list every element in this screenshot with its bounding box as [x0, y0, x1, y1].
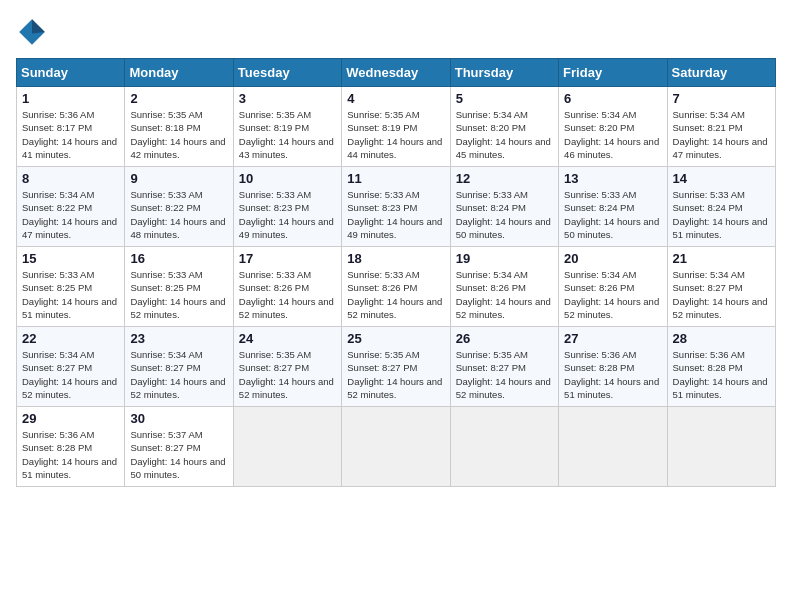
calendar-cell: 27Sunrise: 5:36 AMSunset: 8:28 PMDayligh…: [559, 327, 667, 407]
day-number: 25: [347, 331, 444, 346]
weekday-header: Wednesday: [342, 59, 450, 87]
calendar-cell: 5Sunrise: 5:34 AMSunset: 8:20 PMDaylight…: [450, 87, 558, 167]
calendar-cell: [559, 407, 667, 487]
day-number: 23: [130, 331, 227, 346]
cell-text: Sunrise: 5:33 AMSunset: 8:25 PMDaylight:…: [22, 269, 117, 320]
day-number: 22: [22, 331, 119, 346]
day-number: 16: [130, 251, 227, 266]
calendar-cell: 14Sunrise: 5:33 AMSunset: 8:24 PMDayligh…: [667, 167, 775, 247]
cell-text: Sunrise: 5:33 AMSunset: 8:25 PMDaylight:…: [130, 269, 225, 320]
weekday-header: Monday: [125, 59, 233, 87]
calendar-cell: 2Sunrise: 5:35 AMSunset: 8:18 PMDaylight…: [125, 87, 233, 167]
calendar-cell: 17Sunrise: 5:33 AMSunset: 8:26 PMDayligh…: [233, 247, 341, 327]
day-number: 29: [22, 411, 119, 426]
day-number: 3: [239, 91, 336, 106]
calendar-cell: 23Sunrise: 5:34 AMSunset: 8:27 PMDayligh…: [125, 327, 233, 407]
calendar-cell: 29Sunrise: 5:36 AMSunset: 8:28 PMDayligh…: [17, 407, 125, 487]
cell-text: Sunrise: 5:36 AMSunset: 8:28 PMDaylight:…: [564, 349, 659, 400]
cell-text: Sunrise: 5:33 AMSunset: 8:24 PMDaylight:…: [564, 189, 659, 240]
cell-text: Sunrise: 5:33 AMSunset: 8:24 PMDaylight:…: [456, 189, 551, 240]
calendar-cell: 10Sunrise: 5:33 AMSunset: 8:23 PMDayligh…: [233, 167, 341, 247]
cell-text: Sunrise: 5:34 AMSunset: 8:21 PMDaylight:…: [673, 109, 768, 160]
calendar-cell: 12Sunrise: 5:33 AMSunset: 8:24 PMDayligh…: [450, 167, 558, 247]
cell-text: Sunrise: 5:33 AMSunset: 8:26 PMDaylight:…: [347, 269, 442, 320]
calendar-cell: 3Sunrise: 5:35 AMSunset: 8:19 PMDaylight…: [233, 87, 341, 167]
day-number: 28: [673, 331, 770, 346]
day-number: 10: [239, 171, 336, 186]
calendar-week-row: 15Sunrise: 5:33 AMSunset: 8:25 PMDayligh…: [17, 247, 776, 327]
calendar-cell: 24Sunrise: 5:35 AMSunset: 8:27 PMDayligh…: [233, 327, 341, 407]
calendar-cell: 18Sunrise: 5:33 AMSunset: 8:26 PMDayligh…: [342, 247, 450, 327]
day-number: 1: [22, 91, 119, 106]
day-number: 15: [22, 251, 119, 266]
cell-text: Sunrise: 5:34 AMSunset: 8:20 PMDaylight:…: [564, 109, 659, 160]
cell-text: Sunrise: 5:36 AMSunset: 8:28 PMDaylight:…: [22, 429, 117, 480]
cell-text: Sunrise: 5:36 AMSunset: 8:17 PMDaylight:…: [22, 109, 117, 160]
day-number: 24: [239, 331, 336, 346]
day-number: 5: [456, 91, 553, 106]
calendar-cell: 4Sunrise: 5:35 AMSunset: 8:19 PMDaylight…: [342, 87, 450, 167]
calendar-cell: 15Sunrise: 5:33 AMSunset: 8:25 PMDayligh…: [17, 247, 125, 327]
calendar-cell: 26Sunrise: 5:35 AMSunset: 8:27 PMDayligh…: [450, 327, 558, 407]
day-number: 2: [130, 91, 227, 106]
calendar-cell: 11Sunrise: 5:33 AMSunset: 8:23 PMDayligh…: [342, 167, 450, 247]
cell-text: Sunrise: 5:35 AMSunset: 8:27 PMDaylight:…: [239, 349, 334, 400]
cell-text: Sunrise: 5:34 AMSunset: 8:26 PMDaylight:…: [564, 269, 659, 320]
weekday-header: Sunday: [17, 59, 125, 87]
logo-icon: [16, 16, 48, 48]
day-number: 17: [239, 251, 336, 266]
cell-text: Sunrise: 5:35 AMSunset: 8:27 PMDaylight:…: [347, 349, 442, 400]
calendar-cell: 20Sunrise: 5:34 AMSunset: 8:26 PMDayligh…: [559, 247, 667, 327]
cell-text: Sunrise: 5:34 AMSunset: 8:27 PMDaylight:…: [130, 349, 225, 400]
weekday-header: Friday: [559, 59, 667, 87]
day-number: 9: [130, 171, 227, 186]
calendar-cell: [450, 407, 558, 487]
page-header: [16, 16, 776, 48]
calendar-cell: [233, 407, 341, 487]
cell-text: Sunrise: 5:35 AMSunset: 8:18 PMDaylight:…: [130, 109, 225, 160]
weekday-header: Saturday: [667, 59, 775, 87]
day-number: 19: [456, 251, 553, 266]
calendar-cell: 8Sunrise: 5:34 AMSunset: 8:22 PMDaylight…: [17, 167, 125, 247]
svg-marker-1: [32, 19, 45, 33]
calendar-week-row: 1Sunrise: 5:36 AMSunset: 8:17 PMDaylight…: [17, 87, 776, 167]
day-number: 20: [564, 251, 661, 266]
day-number: 11: [347, 171, 444, 186]
cell-text: Sunrise: 5:35 AMSunset: 8:19 PMDaylight:…: [239, 109, 334, 160]
weekday-header-row: SundayMondayTuesdayWednesdayThursdayFrid…: [17, 59, 776, 87]
calendar-cell: 13Sunrise: 5:33 AMSunset: 8:24 PMDayligh…: [559, 167, 667, 247]
calendar-week-row: 29Sunrise: 5:36 AMSunset: 8:28 PMDayligh…: [17, 407, 776, 487]
cell-text: Sunrise: 5:35 AMSunset: 8:19 PMDaylight:…: [347, 109, 442, 160]
calendar-cell: [342, 407, 450, 487]
cell-text: Sunrise: 5:34 AMSunset: 8:20 PMDaylight:…: [456, 109, 551, 160]
calendar-cell: 19Sunrise: 5:34 AMSunset: 8:26 PMDayligh…: [450, 247, 558, 327]
day-number: 30: [130, 411, 227, 426]
day-number: 12: [456, 171, 553, 186]
day-number: 14: [673, 171, 770, 186]
calendar-table: SundayMondayTuesdayWednesdayThursdayFrid…: [16, 58, 776, 487]
cell-text: Sunrise: 5:36 AMSunset: 8:28 PMDaylight:…: [673, 349, 768, 400]
calendar-cell: 28Sunrise: 5:36 AMSunset: 8:28 PMDayligh…: [667, 327, 775, 407]
day-number: 13: [564, 171, 661, 186]
cell-text: Sunrise: 5:33 AMSunset: 8:23 PMDaylight:…: [239, 189, 334, 240]
calendar-cell: 1Sunrise: 5:36 AMSunset: 8:17 PMDaylight…: [17, 87, 125, 167]
cell-text: Sunrise: 5:33 AMSunset: 8:24 PMDaylight:…: [673, 189, 768, 240]
day-number: 7: [673, 91, 770, 106]
logo: [16, 16, 52, 48]
cell-text: Sunrise: 5:34 AMSunset: 8:26 PMDaylight:…: [456, 269, 551, 320]
day-number: 6: [564, 91, 661, 106]
cell-text: Sunrise: 5:33 AMSunset: 8:22 PMDaylight:…: [130, 189, 225, 240]
weekday-header: Tuesday: [233, 59, 341, 87]
calendar-cell: 22Sunrise: 5:34 AMSunset: 8:27 PMDayligh…: [17, 327, 125, 407]
weekday-header: Thursday: [450, 59, 558, 87]
day-number: 27: [564, 331, 661, 346]
cell-text: Sunrise: 5:34 AMSunset: 8:27 PMDaylight:…: [22, 349, 117, 400]
calendar-cell: 6Sunrise: 5:34 AMSunset: 8:20 PMDaylight…: [559, 87, 667, 167]
day-number: 18: [347, 251, 444, 266]
cell-text: Sunrise: 5:34 AMSunset: 8:22 PMDaylight:…: [22, 189, 117, 240]
calendar-week-row: 22Sunrise: 5:34 AMSunset: 8:27 PMDayligh…: [17, 327, 776, 407]
calendar-cell: 21Sunrise: 5:34 AMSunset: 8:27 PMDayligh…: [667, 247, 775, 327]
cell-text: Sunrise: 5:35 AMSunset: 8:27 PMDaylight:…: [456, 349, 551, 400]
calendar-week-row: 8Sunrise: 5:34 AMSunset: 8:22 PMDaylight…: [17, 167, 776, 247]
calendar-cell: 30Sunrise: 5:37 AMSunset: 8:27 PMDayligh…: [125, 407, 233, 487]
